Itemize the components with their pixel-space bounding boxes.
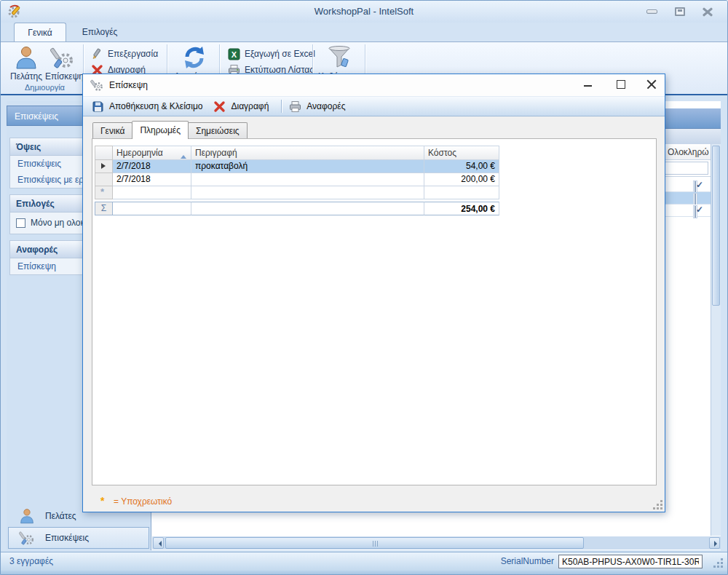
- dialog-minimize-icon[interactable]: [584, 85, 592, 87]
- save-icon: [92, 100, 104, 113]
- tab-general[interactable]: Γενικά: [14, 23, 66, 41]
- dialog-close-icon[interactable]: [646, 79, 656, 89]
- customer-icon: [14, 45, 39, 70]
- current-row-arrow-icon: [101, 163, 108, 169]
- reports-button[interactable]: Αναφορές: [286, 98, 353, 114]
- required-star: *: [100, 495, 104, 507]
- dialog-maximize-icon[interactable]: [617, 80, 625, 89]
- cell-cost[interactable]: 200,00 €: [424, 173, 499, 186]
- scroll-left-arrow[interactable]: [153, 537, 164, 549]
- printer-icon: [289, 100, 301, 113]
- required-note: = Υποχρεωτικό: [114, 496, 172, 507]
- restore-icon[interactable]: [675, 7, 685, 16]
- edit-pencil-icon: [91, 48, 103, 60]
- checkbox-checked-icon[interactable]: [695, 181, 696, 193]
- payments-header-row: Ημερομηνία Περιγραφή Κόστος: [95, 146, 499, 160]
- serial-number-label: SerialNumber: [501, 552, 554, 571]
- edit-button[interactable]: Επεξεργασία: [91, 47, 158, 61]
- column-cost[interactable]: Κόστος: [424, 146, 499, 160]
- visits-icon: [19, 530, 35, 546]
- cell-date[interactable]: [113, 186, 191, 199]
- window-bottom-frame: [1, 571, 727, 575]
- toolbar-separator: [281, 100, 282, 113]
- summary-row: Σ 254,00 €: [95, 202, 499, 215]
- cell-cost[interactable]: [424, 186, 499, 199]
- export-excel-button[interactable]: X Εξαγωγή σε Excel: [228, 47, 315, 61]
- dialog-tab-strip: Γενικά Πληρωμές Σημειώσεις: [92, 121, 247, 138]
- payments-grid: Ημερομηνία Περιγραφή Κόστος 2/7/2018 προ…: [95, 146, 499, 215]
- close-icon[interactable]: [703, 7, 713, 16]
- cell-description[interactable]: [191, 173, 424, 186]
- nav-visits[interactable]: Επισκέψεις: [8, 527, 149, 549]
- cell-date[interactable]: 2/7/2018: [113, 160, 191, 173]
- new-row-indicator-cell: *: [95, 186, 113, 199]
- cell-date[interactable]: 2/7/2018: [113, 173, 191, 186]
- only-incomplete-label: Μόνο μη ολοκ: [31, 218, 85, 228]
- tab-options[interactable]: Επιλογές: [71, 23, 129, 41]
- dialog-title: Επίσκεψη: [109, 80, 148, 90]
- table-row[interactable]: 2/7/2018 προκαταβολή 54,00 €: [95, 160, 499, 173]
- excel-icon: X: [228, 48, 240, 60]
- dialog-toolbar: Αποθήκευση & Κλείσιμο Διαγραφή Αναφορές: [83, 96, 665, 116]
- checkbox-checked-icon[interactable]: [695, 206, 696, 218]
- minimize-icon[interactable]: [646, 9, 657, 14]
- scroll-right-arrow[interactable]: [709, 537, 720, 549]
- tab-dialog-payments[interactable]: Πληρωμές: [132, 121, 189, 139]
- resize-grip-icon[interactable]: [711, 558, 723, 568]
- main-window: WorkshopPal - IntelSoft Γενικά Επιλογές …: [0, 0, 728, 575]
- horizontal-scrollbar-thumb[interactable]: [165, 537, 584, 549]
- column-completed[interactable]: Ολοκληρώθη: [664, 144, 709, 159]
- table-row[interactable]: 2/7/2018 200,00 €: [95, 173, 499, 186]
- main-titlebar: WorkshopPal - IntelSoft: [1, 1, 727, 23]
- row-indicator-cell: [95, 173, 113, 186]
- cell-description[interactable]: [191, 186, 424, 199]
- visit-icon: [50, 45, 75, 70]
- record-count: 3 εγγραφές: [9, 552, 53, 571]
- serial-number-input[interactable]: [558, 555, 703, 568]
- filter-funnel-icon: [327, 45, 352, 70]
- tab-dialog-notes[interactable]: Σημειώσεις: [188, 122, 248, 138]
- dialog-titlebar: Επίσκεψη: [83, 74, 665, 96]
- column-description[interactable]: Περιγραφή: [191, 146, 424, 160]
- checkbox-icon[interactable]: [16, 218, 25, 228]
- delete-x-icon: [213, 100, 226, 113]
- customer-button[interactable]: Πελάτης: [9, 44, 44, 82]
- ribbon-group-create-label: Δημιουργία: [7, 83, 83, 92]
- refresh-icon: [182, 45, 207, 70]
- ribbon-tab-strip: Γενικά Επιλογές: [1, 23, 727, 41]
- cell-cost[interactable]: 54,00 €: [424, 160, 499, 173]
- dialog-resize-grip-icon[interactable]: [652, 499, 662, 509]
- checkbox-unchecked-icon[interactable]: [695, 194, 696, 205]
- dialog-gear-icon: [90, 79, 103, 92]
- cell-description[interactable]: προκαταβολή: [191, 160, 424, 173]
- vertical-scrollbar[interactable]: [711, 144, 721, 536]
- status-bar: 3 εγγραφές SerialNumber: [1, 552, 727, 571]
- tab-dialog-general[interactable]: Γενικά: [92, 122, 132, 138]
- column-date[interactable]: Ημερομηνία: [113, 146, 191, 160]
- window-title: WorkshopPal - IntelSoft: [1, 6, 727, 17]
- total-cost: 254,00 €: [424, 202, 499, 215]
- sort-ascending-icon: [181, 152, 186, 159]
- filter-cell[interactable]: [665, 162, 708, 175]
- new-row[interactable]: *: [95, 186, 499, 199]
- horizontal-scrollbar[interactable]: [152, 536, 721, 550]
- new-row-asterisk-icon: *: [100, 186, 104, 197]
- save-close-button[interactable]: Αποθήκευση & Κλείσιμο: [89, 98, 210, 114]
- dialog-delete-button[interactable]: Διαγραφή: [210, 98, 277, 114]
- row-indicator-cell: [95, 160, 113, 173]
- visit-button[interactable]: Επίσκεψη: [45, 44, 80, 82]
- vertical-scrollbar-thumb[interactable]: [712, 146, 720, 306]
- visit-dialog: Επίσκεψη Αποθήκευση & Κλείσιμο: [82, 74, 665, 512]
- customers-icon: [19, 508, 35, 524]
- sigma-icon: Σ: [95, 202, 113, 215]
- svg-text:X: X: [232, 50, 237, 59]
- row-indicator-header: [95, 146, 113, 160]
